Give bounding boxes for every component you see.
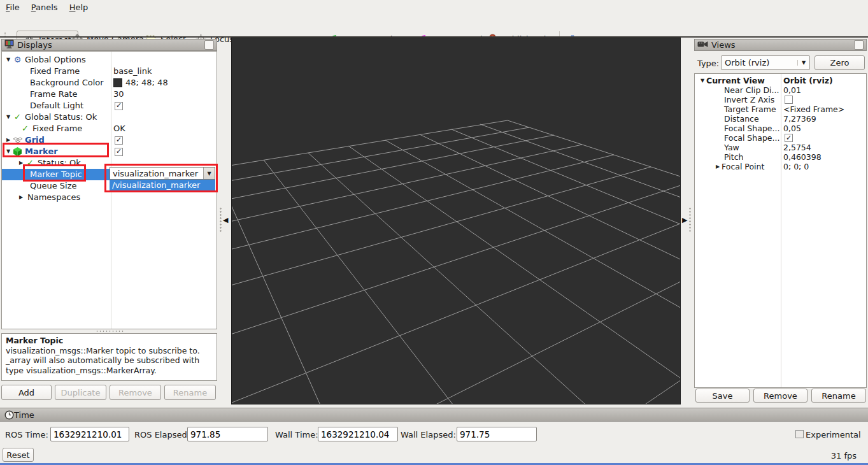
row-value[interactable]: 2,5754 — [783, 143, 811, 152]
tree-row-default-light[interactable]: Default Light ✓ — [2, 100, 217, 111]
marker-topic-combobox[interactable]: visualization_marker ▼ — [110, 167, 215, 180]
view-type-combobox[interactable]: Orbit (rviz) ▼ — [721, 55, 810, 70]
row-label: Global Options — [25, 54, 86, 66]
checkbox-checked[interactable]: ✓ — [115, 148, 123, 156]
row-label: Default Light — [30, 100, 83, 111]
expander-right-icon[interactable]: ▶ — [714, 162, 722, 171]
tree-row-marker[interactable]: ▼ Marker ✓ — [2, 146, 217, 157]
panel-float-button[interactable] — [204, 40, 214, 50]
row-value[interactable]: 0,460398 — [783, 152, 822, 162]
panel-float-button[interactable] — [854, 40, 864, 50]
property-help-box: Marker Topic visualization_msgs::Marker … — [1, 333, 217, 381]
gear-icon: ⚙ — [12, 55, 23, 65]
panel-title: Views — [711, 40, 736, 50]
help-title: Marker Topic — [6, 336, 213, 346]
panel-splitter-handle[interactable] — [96, 330, 124, 333]
time-panel-header[interactable]: Time — [0, 408, 868, 422]
reset-button[interactable]: Reset — [3, 448, 34, 462]
row-value[interactable]: base_link — [113, 66, 152, 77]
wall-elapsed-label: Wall Elapsed: — [401, 427, 456, 442]
row-label: Invert Z Axis — [724, 95, 774, 104]
combobox-dropdown-button[interactable]: ▼ — [203, 168, 215, 179]
checkbox-unchecked[interactable] — [785, 96, 793, 104]
row-label: Fixed Frame — [30, 66, 80, 77]
expander-right-icon[interactable]: ▶ — [17, 192, 25, 203]
expander-down-icon[interactable]: ▼ — [4, 111, 12, 123]
tree-row-frame-rate[interactable]: Frame Rate 30 — [2, 89, 217, 100]
topic-dropdown-item-selected[interactable]: /visualization_marker — [110, 180, 215, 190]
rename-display-button: Rename — [164, 385, 216, 400]
row-value[interactable]: 7,27369 — [783, 114, 816, 124]
expander-down-icon[interactable]: ▼ — [699, 76, 706, 85]
collapse-right-arrow-icon[interactable]: ▶ — [682, 216, 687, 224]
fps-counter: 31 fps — [831, 451, 857, 461]
ground-grid — [232, 38, 680, 404]
row-label: Target Frame — [724, 104, 776, 114]
expander-down-icon[interactable]: ▼ — [4, 54, 12, 66]
ros-time-label: ROS Time: — [5, 427, 48, 442]
row-label: Focal Shape... — [724, 133, 779, 143]
render-viewport[interactable] — [231, 38, 681, 404]
row-label: Namespaces — [27, 192, 80, 203]
checkbox-checked[interactable]: ✓ — [785, 134, 793, 142]
status-ok-check-icon: ✓ — [20, 124, 31, 134]
expander-right-icon[interactable]: ▶ — [4, 134, 12, 146]
row-value[interactable]: 48; 48; 48 — [125, 77, 168, 89]
expander-down-icon[interactable]: ▼ — [4, 146, 12, 157]
row-label: Background Color — [30, 77, 104, 89]
wall-time-input[interactable] — [318, 427, 398, 441]
ros-elapsed-input[interactable] — [187, 427, 268, 441]
duplicate-button: Duplicate — [55, 385, 106, 400]
experimental-checkbox[interactable] — [795, 430, 804, 438]
add-button[interactable]: Add — [1, 385, 52, 400]
tree-row-global-options[interactable]: ▼ ⚙ Global Options — [2, 54, 217, 66]
tree-row-background-color[interactable]: Background Color 48; 48; 48 — [2, 77, 217, 89]
wall-time-label: Wall Time: — [275, 427, 318, 442]
menu-file[interactable]: File — [0, 1, 25, 13]
row-value[interactable]: 0,05 — [783, 124, 801, 133]
row-label: Marker Topic — [30, 169, 82, 180]
panel-title: Displays — [17, 40, 52, 50]
ros-time-input[interactable] — [50, 427, 129, 441]
combobox-value: Orbit (rviz) — [725, 58, 769, 68]
row-label: Fixed Frame — [32, 123, 82, 134]
chevron-down-icon: ▼ — [797, 60, 809, 66]
row-label: Grid — [25, 134, 45, 146]
views-panel-header[interactable]: Views — [694, 39, 867, 51]
tree-row-namespaces[interactable]: ▶ Namespaces — [2, 192, 217, 203]
checkbox-checked[interactable]: ✓ — [115, 136, 123, 145]
row-label: Distance — [724, 114, 759, 124]
row-value[interactable]: 0,01 — [783, 85, 801, 95]
help-text: visualization_msgs::Marker topic to subs… — [6, 346, 213, 376]
remove-view-button[interactable]: Remove — [753, 389, 808, 403]
menu-panels[interactable]: Panels — [25, 1, 64, 13]
tree-column-divider[interactable] — [781, 74, 781, 387]
collapse-left-arrow-icon[interactable]: ◀ — [223, 216, 228, 224]
expander-right-icon[interactable]: ▶ — [17, 157, 25, 169]
tree-row-global-status[interactable]: ▼ ✓ Global Status: Ok — [2, 111, 217, 123]
wall-elapsed-input[interactable] — [457, 427, 537, 441]
row-value[interactable]: 0; 0; 0 — [783, 162, 809, 171]
row-value[interactable]: 30 — [113, 89, 124, 100]
tree-row-fixed-frame-status[interactable]: ✓ Fixed Frame OK — [2, 123, 217, 134]
row-label: Focal Point — [722, 162, 764, 171]
zero-button[interactable]: Zero — [815, 55, 865, 70]
menu-help[interactable]: Help — [64, 1, 94, 13]
tree-row-grid[interactable]: ▶ Grid ✓ — [2, 134, 217, 146]
splitter-dots[interactable] — [689, 207, 691, 232]
row-value: Orbit (rviz) — [783, 76, 833, 85]
row-label: Marker — [25, 146, 58, 157]
save-view-button[interactable]: Save — [695, 389, 750, 403]
row-label: Status: Ok — [38, 157, 81, 169]
displays-panel-header[interactable]: Displays — [1, 39, 217, 51]
tree-row-fixed-frame[interactable]: Fixed Frame base_link — [2, 66, 217, 77]
rename-view-button[interactable]: Rename — [811, 389, 866, 403]
splitter-dots[interactable] — [220, 207, 222, 232]
checkbox-checked[interactable]: ✓ — [115, 102, 123, 110]
row-label: Pitch — [724, 152, 743, 162]
row-label: Focal Shape... — [724, 124, 779, 133]
views-camera-icon — [697, 40, 708, 50]
row-value[interactable]: <Fixed Frame> — [783, 104, 844, 114]
remove-display-button: Remove — [110, 385, 161, 400]
row-label: Frame Rate — [30, 89, 77, 100]
